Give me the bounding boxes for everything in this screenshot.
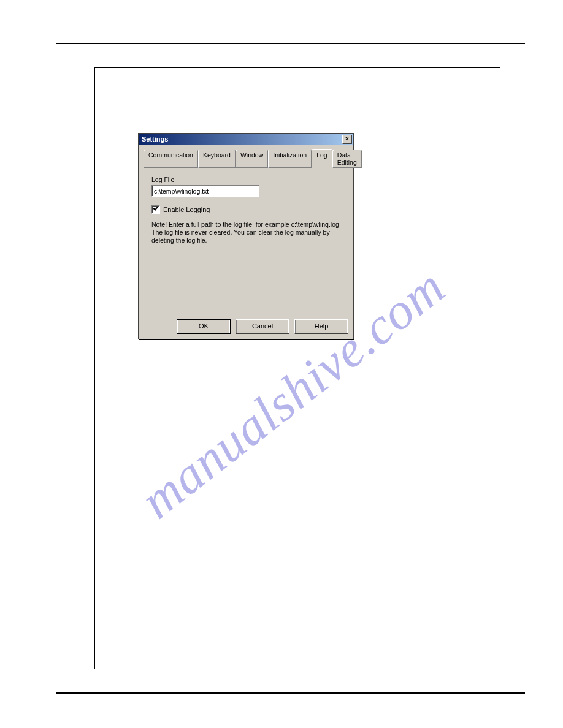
help-button[interactable]: Help [294,319,348,334]
tab-initialization[interactable]: Initialization [268,150,312,168]
enable-logging-checkbox[interactable] [151,205,160,214]
tab-page-log: Log File Enable Logging Note! Enter a fu… [144,167,348,314]
page-border: Settings × Communication Keyboard Window… [94,67,500,669]
cancel-button[interactable]: Cancel [236,319,289,334]
note-text: Note! Enter a full path to the log file,… [151,221,340,245]
dialog-body: Communication Keyboard Window Initializa… [139,145,353,339]
dialog-buttons: OK Cancel Help [144,319,348,334]
ok-button[interactable]: OK [177,319,231,334]
enable-logging-row[interactable]: Enable Logging [151,205,340,214]
close-button[interactable]: × [342,135,352,144]
tab-window[interactable]: Window [236,150,268,168]
tab-communication[interactable]: Communication [144,150,198,168]
log-file-label: Log File [151,176,340,183]
tab-strip: Communication Keyboard Window Initializa… [144,149,348,167]
settings-dialog: Settings × Communication Keyboard Window… [138,133,354,339]
tab-keyboard[interactable]: Keyboard [198,150,236,168]
dialog-titlebar: Settings × [139,134,353,145]
dialog-title: Settings [142,135,168,143]
tab-data-editing[interactable]: Data Editing [332,150,362,168]
tab-log[interactable]: Log [312,149,332,167]
enable-logging-label: Enable Logging [163,206,210,213]
footer-rule [56,692,525,694]
header-rule [56,43,525,44]
log-file-input[interactable] [151,185,259,197]
